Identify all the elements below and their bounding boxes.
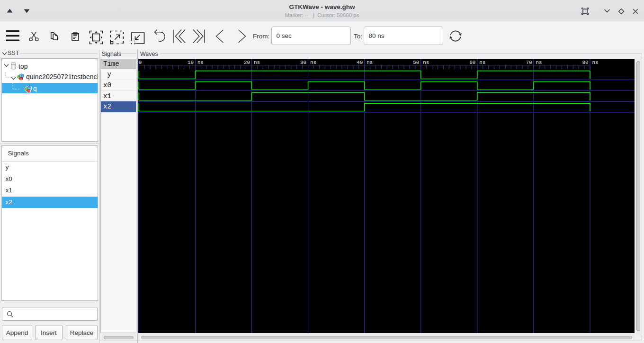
- svg-text:ns: ns: [592, 60, 599, 65]
- svg-text:60: 60: [469, 60, 475, 65]
- svg-text:50: 50: [413, 60, 419, 65]
- svg-text:ns: ns: [254, 60, 260, 65]
- svg-text:ns: ns: [367, 60, 373, 65]
- svg-text:0: 0: [139, 60, 142, 65]
- svg-text:20: 20: [244, 60, 250, 65]
- svg-text:ns: ns: [536, 60, 542, 65]
- svg-text:30: 30: [300, 60, 306, 65]
- svg-text:40: 40: [357, 60, 363, 65]
- svg-text:70: 70: [526, 60, 532, 65]
- svg-text:80: 80: [582, 60, 589, 65]
- svg-text:ns: ns: [310, 60, 316, 65]
- svg-text:ns: ns: [197, 60, 204, 65]
- svg-text:10: 10: [188, 60, 194, 65]
- svg-text:ns: ns: [479, 60, 485, 65]
- svg-text:ns: ns: [423, 60, 429, 65]
